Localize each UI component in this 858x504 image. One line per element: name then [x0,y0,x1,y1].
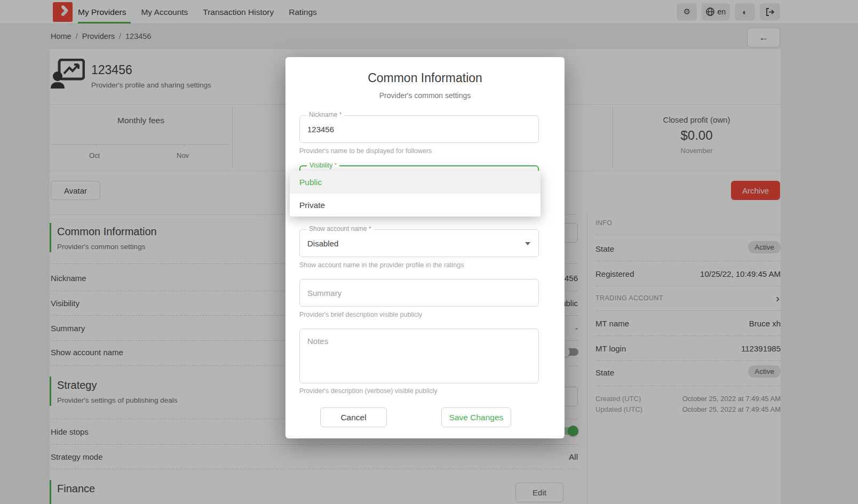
summary-helper: Provider's brief description visible pub… [299,311,422,318]
dropdown-option-public[interactable]: Public [290,171,541,194]
notes-textarea[interactable] [300,329,538,383]
nickname-input[interactable] [300,116,538,142]
dropdown-arrow-icon [525,242,530,245]
screen: My Providers My Accounts Transaction His… [0,0,858,504]
notes-field [299,329,539,383]
visibility-field-label: Visibility * [307,162,339,169]
common-information-dialog: Common Information Provider's common set… [285,57,565,438]
show-account-name-field[interactable]: Show account name * Disabled [299,229,539,257]
visibility-dropdown-menu: Public Private [290,171,541,217]
summary-field [299,279,539,307]
dropdown-option-private[interactable]: Private [290,194,541,217]
summary-input[interactable] [300,279,538,306]
save-changes-button[interactable]: Save Changes [441,407,511,427]
required-asterisk: * [334,162,337,169]
show-account-name-field-label: Show account name * [306,225,374,233]
nickname-field-label: Nickname * [306,111,344,118]
nickname-helper: Provider's name to be displayed for foll… [299,147,432,155]
show-account-name-value: Disabled [307,239,338,248]
cancel-button[interactable]: Cancel [320,407,387,427]
dialog-subtitle: Provider's common settings [285,91,565,100]
nickname-field: Nickname * [299,115,539,143]
show-account-name-helper: Show account name in the provider profil… [299,261,464,269]
dialog-title: Common Information [285,71,565,85]
notes-helper: Provider's description (verbose) visible… [299,387,438,395]
